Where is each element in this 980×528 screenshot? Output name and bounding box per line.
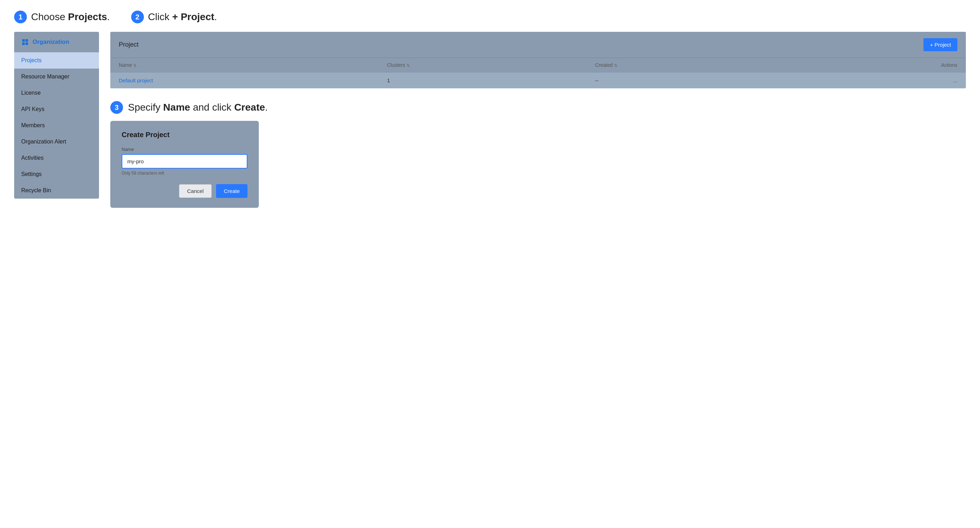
modal-title: Create Project [122,131,248,139]
main-layout: Organization Projects Resource Manager L… [14,32,966,208]
project-table-container: Project + Project Name ⇅ Clusters ⇅ [110,32,966,88]
svg-rect-1 [25,39,28,42]
table-row: Default project 1 -- ... [110,72,966,89]
cancel-button[interactable]: Cancel [179,184,212,198]
org-header[interactable]: Organization [14,32,99,52]
sidebar-item-settings[interactable]: Settings [14,166,99,182]
project-clusters-cell: 1 [379,72,587,89]
name-label: Name [122,147,248,152]
sidebar-item-api-keys[interactable]: API Keys [14,101,99,117]
name-input[interactable] [122,154,248,169]
create-button[interactable]: Create [216,184,248,198]
step2-badge: 2 [131,11,144,23]
step1-badge: 1 [14,11,27,23]
sort-created: ⇅ [614,63,617,67]
svg-rect-3 [25,42,28,45]
add-project-button[interactable]: + Project [923,38,958,51]
step2-instruction: 2 Click + Project. [131,11,217,23]
sidebar-item-members[interactable]: Members [14,117,99,134]
create-project-modal: Create Project Name Only 58 characters l… [110,121,259,208]
col-clusters[interactable]: Clusters ⇅ [379,58,587,72]
project-created-cell: -- [587,72,792,89]
project-table: Name ⇅ Clusters ⇅ Created ⇅ Actions [110,58,966,88]
modal-actions: Cancel Create [122,184,248,198]
org-icon [21,38,29,46]
step3-instruction: 3 Specify Name and click Create. [110,101,966,114]
sort-clusters: ⇅ [407,63,410,67]
project-actions-cell[interactable]: ... [792,72,966,89]
col-name[interactable]: Name ⇅ [110,58,379,72]
col-actions: Actions [792,58,966,72]
project-table-header: Project + Project [110,32,966,57]
sidebar-item-resource-manager[interactable]: Resource Manager [14,68,99,85]
sidebar-item-recycle-bin[interactable]: Recycle Bin [14,182,99,199]
svg-rect-0 [22,39,25,42]
step3-text: Specify Name and click Create. [128,102,267,113]
project-table-title: Project [119,41,138,48]
sidebar-item-org-alert[interactable]: Organization Alert [14,134,99,150]
svg-rect-2 [22,42,25,45]
step1-text: Choose Projects. [31,11,110,22]
sidebar-item-projects[interactable]: Projects [14,52,99,68]
step2-text: Click + Project. [148,11,217,22]
sidebar-item-activities[interactable]: Activities [14,150,99,166]
sidebar: Organization Projects Resource Manager L… [14,32,99,199]
sidebar-item-license[interactable]: License [14,85,99,101]
project-name-cell[interactable]: Default project [110,72,379,89]
instructions-header: 1 Choose Projects. 2 Click + Project. [14,11,966,23]
char-hint: Only 58 characters left [122,171,248,176]
step1-instruction: 1 Choose Projects. [14,11,110,23]
right-content: Project + Project Name ⇅ Clusters ⇅ [110,32,966,208]
org-label: Organization [32,38,69,46]
sort-name: ⇅ [133,63,137,67]
name-form-group: Name Only 58 characters left [122,147,248,176]
step3-badge: 3 [110,101,123,114]
col-created[interactable]: Created ⇅ [587,58,792,72]
